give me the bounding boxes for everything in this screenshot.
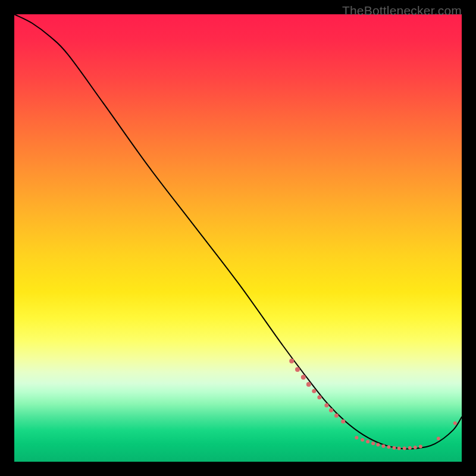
data-marker — [361, 438, 364, 441]
data-marker — [392, 446, 396, 450]
data-marker — [376, 443, 380, 446]
chart-svg — [14, 14, 462, 462]
bottleneck-curve-path — [14, 14, 462, 449]
data-marker — [453, 421, 457, 425]
data-marker — [366, 440, 369, 443]
data-marker — [414, 446, 417, 449]
data-marker — [312, 389, 316, 393]
data-marker — [301, 375, 306, 380]
chart-plot-area — [14, 14, 462, 462]
data-marker — [355, 436, 358, 439]
data-marker — [408, 446, 412, 450]
data-marker — [324, 403, 328, 408]
data-marker — [387, 445, 390, 449]
marker-group — [289, 359, 457, 450]
data-marker — [397, 446, 401, 450]
data-marker — [295, 367, 300, 372]
chart-stage: TheBottlenecker.com — [0, 0, 476, 476]
data-marker — [341, 419, 345, 424]
data-marker — [289, 359, 294, 364]
data-marker — [329, 408, 333, 412]
data-marker — [317, 395, 321, 399]
data-marker — [381, 444, 385, 448]
data-marker — [334, 414, 339, 418]
attribution-text: TheBottlenecker.com — [342, 4, 462, 18]
data-marker — [419, 444, 422, 448]
data-marker — [437, 437, 440, 440]
data-marker — [403, 446, 406, 450]
data-marker — [371, 441, 375, 445]
data-marker — [306, 382, 311, 387]
